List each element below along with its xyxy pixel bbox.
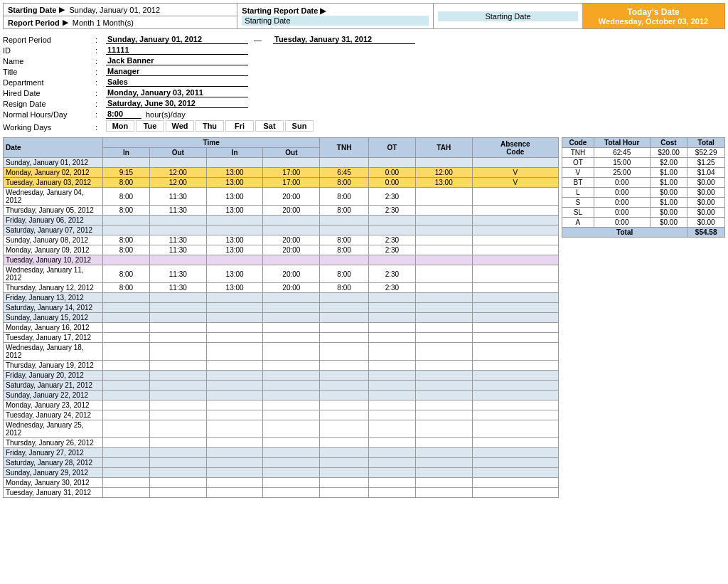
tnh-header: TNH: [320, 138, 369, 158]
resign-date-info-row: Resign Date : Saturday, June 30, 2012: [3, 99, 725, 108]
title-value: Manager: [106, 67, 248, 76]
date-header: Date: [4, 138, 103, 158]
table-row: Wednesday, January 25, 2012: [4, 420, 559, 438]
starting-date-arrow: ▶: [59, 5, 65, 14]
summary-row: S0:00$1.00$0.00: [562, 198, 725, 208]
id-value: 11111: [106, 46, 248, 55]
starting-report-date-label: Starting Report Date ▶: [242, 6, 429, 16]
table-row: Thursday, January 19, 2012: [4, 361, 559, 371]
report-period-start: Sunday, January 01, 2012: [106, 35, 248, 44]
title-label: Title: [3, 68, 95, 76]
info-section: Report Period : Sunday, January 01, 2012…: [3, 35, 725, 132]
normal-hours-value: 8:00: [106, 110, 141, 119]
table-row: Wednesday, January 18, 2012: [4, 343, 559, 361]
table-row: Monday, January 09, 20128:0011:3013:0020…: [4, 245, 559, 255]
starting-report-date-section: Starting Report Date ▶: [237, 4, 434, 28]
id-info-row: ID : 11111: [3, 46, 725, 55]
starting-date-label: Starting Date: [8, 6, 56, 14]
report-period-unit: Month(s): [103, 18, 134, 27]
normal-hours-info-row: Normal Hours/Day : 8:00 hour(s)/day: [3, 110, 725, 119]
total-hour-header: Total Hour: [594, 138, 650, 148]
out2-header: Out: [263, 148, 320, 158]
summary-row: A0:00$0.00$0.00: [562, 218, 725, 228]
table-row: Friday, January 13, 2012: [4, 293, 559, 303]
ot-header: OT: [368, 138, 415, 158]
right-tables: Code Total Hour Cost Total TNH62:45$20.0…: [562, 137, 725, 498]
table-row: Thursday, January 12, 20128:0011:3013:00…: [4, 283, 559, 293]
summary-row: TNH62:45$20.00$52.29: [562, 148, 725, 158]
title-info-row: Title : Manager: [3, 67, 725, 76]
hired-date-label: Hired Date: [3, 89, 95, 97]
starting-report-date-input[interactable]: [242, 16, 429, 26]
main-content: Date Time TNH OT TAH AbsenceCode In Out …: [3, 137, 725, 498]
resign-date-value: Saturday, June 30, 2012: [106, 99, 248, 108]
code-header: Code: [562, 138, 594, 148]
table-row: Friday, January 20, 2012: [4, 371, 559, 381]
in1-header: In: [103, 148, 150, 158]
id-label: ID: [3, 46, 95, 55]
table-row: Tuesday, January 10, 2012: [4, 255, 559, 265]
table-row: Saturday, January 28, 2012: [4, 458, 559, 468]
table-row: Sunday, January 22, 2012: [4, 391, 559, 400]
normal-hours-label: Normal Hours/Day: [3, 110, 95, 119]
table-row: Sunday, January 15, 2012: [4, 313, 559, 323]
report-period-number: 1: [96, 18, 100, 27]
report-period-end: Tuesday, January 31, 2012: [273, 35, 415, 44]
time-header: Time: [103, 138, 320, 148]
working-day-cell: Wed: [166, 120, 194, 132]
report-period-arrow: ▶: [63, 18, 68, 27]
report-period-info-label: Report Period: [3, 36, 95, 44]
tah-header: TAH: [415, 138, 472, 158]
top-bar: Starting Date ▶ Sunday, January 01, 2012…: [3, 3, 725, 29]
resign-date-label: Resign Date: [3, 100, 95, 108]
normal-hours-unit: hour(s)/day: [146, 110, 186, 119]
schedule-table: Date Time TNH OT TAH AbsenceCode In Out …: [3, 137, 559, 498]
starting-date-input[interactable]: [438, 11, 578, 21]
total-value: $54.58: [687, 228, 725, 238]
table-row: Friday, January 06, 2012: [4, 216, 559, 225]
name-value: Jack Banner: [106, 56, 248, 65]
table-row: Monday, January 23, 2012: [4, 400, 559, 410]
working-day-cell: Mon: [106, 120, 134, 132]
total-header: Total: [687, 138, 725, 148]
table-row: Thursday, January 05, 20128:0011:3013:00…: [4, 206, 559, 216]
in2-header: In: [206, 148, 263, 158]
summary-row: BT0:00$1.00$0.00: [562, 178, 725, 188]
hired-date-value: Monday, January 03, 2011: [106, 88, 248, 97]
department-label: Department: [3, 78, 95, 87]
summary-table: Code Total Hour Cost Total TNH62:45$20.0…: [562, 137, 725, 238]
summary-row: V25:00$1.00$1.04: [562, 168, 725, 178]
report-period-row: Report Period ▶ Month 1 Month(s): [4, 16, 237, 28]
working-day-cell: Thu: [196, 120, 224, 132]
top-bar-left: Starting Date ▶ Sunday, January 01, 2012…: [4, 4, 237, 28]
department-info-row: Department : Sales: [3, 78, 725, 87]
table-row: Tuesday, January 17, 2012: [4, 333, 559, 343]
name-label: Name: [3, 57, 95, 65]
table-row: Saturday, January 07, 2012: [4, 225, 559, 235]
report-period-dash: —: [254, 36, 262, 44]
table-row: Wednesday, January 11, 20128:0011:3013:0…: [4, 265, 559, 283]
schedule-section: Date Time TNH OT TAH AbsenceCode In Out …: [3, 137, 559, 498]
working-days-label: Working Days: [3, 123, 95, 132]
summary-row: SL0:00$0.00$0.00: [562, 208, 725, 218]
working-day-cell: Sun: [285, 120, 314, 132]
report-period-month: Month: [73, 18, 95, 27]
absence-code-header: AbsenceCode: [472, 138, 558, 158]
hired-date-info-row: Hired Date : Monday, January 03, 2011: [3, 88, 725, 97]
out1-header: Out: [149, 148, 206, 158]
report-period-info-row: Report Period : Sunday, January 01, 2012…: [3, 35, 725, 44]
table-row: Wednesday, January 04, 20128:0011:3013:0…: [4, 188, 559, 206]
table-row: Saturday, January 21, 2012: [4, 381, 559, 391]
table-row: Tuesday, January 31, 2012: [4, 488, 559, 498]
starting-date-value: Sunday, January 01, 2012: [69, 6, 160, 14]
today-label: Today's Date: [589, 7, 717, 17]
starting-date-input-section: [434, 4, 582, 28]
working-days-row: MonTueWedThuFriSatSun: [106, 120, 315, 132]
today-box: Today's Date Wednesday, October 03, 2012: [582, 4, 724, 28]
name-info-row: Name : Jack Banner: [3, 56, 725, 65]
today-date: Wednesday, October 03, 2012: [589, 17, 717, 26]
working-day-cell: Fri: [225, 120, 254, 132]
report-period-label: Report Period: [8, 18, 60, 27]
table-row: Thursday, January 26, 2012: [4, 438, 559, 448]
table-row: Friday, January 27, 2012: [4, 448, 559, 458]
